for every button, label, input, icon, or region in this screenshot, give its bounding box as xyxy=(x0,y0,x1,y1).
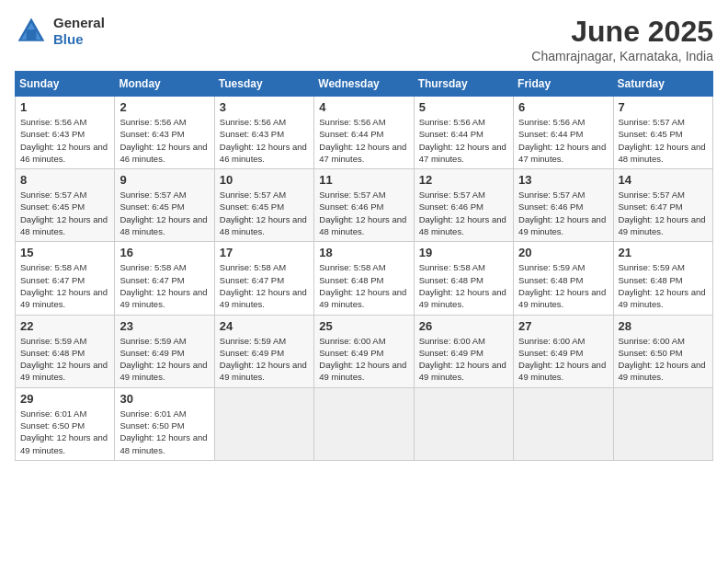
month-title: June 2025 xyxy=(531,15,713,49)
day-number: 14 xyxy=(619,173,708,187)
day-number: 25 xyxy=(319,319,408,333)
header-tuesday: Tuesday xyxy=(214,72,313,97)
table-row: 17 Sunrise: 5:58 AM Sunset: 6:47 PM Dayl… xyxy=(214,242,313,315)
day-number: 29 xyxy=(20,392,109,406)
table-row: 10 Sunrise: 5:57 AM Sunset: 6:45 PM Dayl… xyxy=(214,169,313,242)
day-number: 20 xyxy=(518,246,608,259)
logo-blue-text: Blue xyxy=(53,31,105,48)
table-row: 4 Sunrise: 5:56 AM Sunset: 6:44 PM Dayli… xyxy=(314,97,414,169)
day-number: 11 xyxy=(319,173,408,187)
day-info: Sunrise: 5:56 AM Sunset: 6:44 PM Dayligh… xyxy=(319,116,408,165)
table-row xyxy=(613,387,712,460)
table-row: 15 Sunrise: 5:58 AM Sunset: 6:47 PM Dayl… xyxy=(16,242,115,315)
day-info: Sunrise: 5:57 AM Sunset: 6:46 PM Dayligh… xyxy=(419,189,508,237)
calendar-week-row: 15 Sunrise: 5:58 AM Sunset: 6:47 PM Dayl… xyxy=(16,242,713,315)
day-number: 21 xyxy=(619,246,708,259)
day-info: Sunrise: 5:59 AM Sunset: 6:49 PM Dayligh… xyxy=(220,335,309,384)
day-info: Sunrise: 5:59 AM Sunset: 6:48 PM Dayligh… xyxy=(20,335,109,384)
day-info: Sunrise: 5:59 AM Sunset: 6:48 PM Dayligh… xyxy=(518,261,608,310)
title-block: June 2025 Chamrajnagar, Karnataka, India xyxy=(531,15,713,63)
table-row: 22 Sunrise: 5:59 AM Sunset: 6:48 PM Dayl… xyxy=(16,315,115,387)
day-info: Sunrise: 5:56 AM Sunset: 6:44 PM Dayligh… xyxy=(419,116,508,165)
table-row: 25 Sunrise: 6:00 AM Sunset: 6:49 PM Dayl… xyxy=(314,315,414,387)
table-row: 19 Sunrise: 5:58 AM Sunset: 6:48 PM Dayl… xyxy=(414,242,513,315)
day-info: Sunrise: 5:59 AM Sunset: 6:49 PM Dayligh… xyxy=(119,335,209,384)
calendar-week-row: 8 Sunrise: 5:57 AM Sunset: 6:45 PM Dayli… xyxy=(16,169,713,242)
header-thursday: Thursday xyxy=(414,72,513,97)
table-row: 24 Sunrise: 5:59 AM Sunset: 6:49 PM Dayl… xyxy=(214,315,313,387)
calendar-week-row: 1 Sunrise: 5:56 AM Sunset: 6:43 PM Dayli… xyxy=(16,97,713,169)
header-saturday: Saturday xyxy=(613,72,712,97)
logo-icon xyxy=(15,15,48,48)
day-info: Sunrise: 5:57 AM Sunset: 6:46 PM Dayligh… xyxy=(518,189,608,237)
logo-general-text: General xyxy=(53,15,105,31)
table-row: 3 Sunrise: 5:56 AM Sunset: 6:43 PM Dayli… xyxy=(214,97,313,169)
day-info: Sunrise: 5:57 AM Sunset: 6:46 PM Dayligh… xyxy=(319,189,408,237)
table-row: 5 Sunrise: 5:56 AM Sunset: 6:44 PM Dayli… xyxy=(414,97,513,169)
day-number: 19 xyxy=(419,246,508,259)
day-number: 23 xyxy=(119,319,209,333)
table-row: 23 Sunrise: 5:59 AM Sunset: 6:49 PM Dayl… xyxy=(115,315,214,387)
day-number: 9 xyxy=(119,173,209,187)
day-number: 13 xyxy=(518,173,608,187)
day-number: 30 xyxy=(119,392,209,406)
day-number: 3 xyxy=(220,100,309,114)
table-row: 1 Sunrise: 5:56 AM Sunset: 6:43 PM Dayli… xyxy=(16,97,115,169)
day-number: 2 xyxy=(119,100,209,114)
day-info: Sunrise: 5:58 AM Sunset: 6:47 PM Dayligh… xyxy=(119,261,209,310)
table-row: 8 Sunrise: 5:57 AM Sunset: 6:45 PM Dayli… xyxy=(16,169,115,242)
svg-rect-2 xyxy=(27,29,37,40)
calendar-table: Sunday Monday Tuesday Wednesday Thursday… xyxy=(15,71,713,461)
day-info: Sunrise: 5:57 AM Sunset: 6:45 PM Dayligh… xyxy=(119,189,209,237)
table-row: 21 Sunrise: 5:59 AM Sunset: 6:48 PM Dayl… xyxy=(613,242,712,315)
table-row: 11 Sunrise: 5:57 AM Sunset: 6:46 PM Dayl… xyxy=(314,169,414,242)
day-info: Sunrise: 5:56 AM Sunset: 6:43 PM Dayligh… xyxy=(20,116,109,165)
table-row xyxy=(314,387,414,460)
table-row: 28 Sunrise: 6:00 AM Sunset: 6:50 PM Dayl… xyxy=(613,315,712,387)
table-row: 30 Sunrise: 6:01 AM Sunset: 6:50 PM Dayl… xyxy=(115,387,214,460)
day-number: 15 xyxy=(20,246,109,259)
logo-text: General Blue xyxy=(53,15,105,48)
day-number: 5 xyxy=(419,100,508,114)
calendar-week-row: 22 Sunrise: 5:59 AM Sunset: 6:48 PM Dayl… xyxy=(16,315,713,387)
day-number: 8 xyxy=(20,173,109,187)
calendar-header-row: Sunday Monday Tuesday Wednesday Thursday… xyxy=(16,72,713,97)
day-info: Sunrise: 5:56 AM Sunset: 6:43 PM Dayligh… xyxy=(119,116,209,165)
table-row: 27 Sunrise: 6:00 AM Sunset: 6:49 PM Dayl… xyxy=(514,315,613,387)
header-wednesday: Wednesday xyxy=(314,72,414,97)
day-number: 17 xyxy=(220,246,309,259)
table-row: 7 Sunrise: 5:57 AM Sunset: 6:45 PM Dayli… xyxy=(613,97,712,169)
table-row: 14 Sunrise: 5:57 AM Sunset: 6:47 PM Dayl… xyxy=(613,169,712,242)
day-info: Sunrise: 5:57 AM Sunset: 6:45 PM Dayligh… xyxy=(20,189,109,237)
day-number: 1 xyxy=(20,100,109,114)
day-info: Sunrise: 6:01 AM Sunset: 6:50 PM Dayligh… xyxy=(119,408,209,456)
table-row: 29 Sunrise: 6:01 AM Sunset: 6:50 PM Dayl… xyxy=(16,387,115,460)
day-info: Sunrise: 5:58 AM Sunset: 6:47 PM Dayligh… xyxy=(220,261,309,310)
location-text: Chamrajnagar, Karnataka, India xyxy=(531,49,713,63)
table-row xyxy=(414,387,513,460)
table-row: 18 Sunrise: 5:58 AM Sunset: 6:48 PM Dayl… xyxy=(314,242,414,315)
day-info: Sunrise: 5:56 AM Sunset: 6:44 PM Dayligh… xyxy=(518,116,608,165)
day-number: 22 xyxy=(20,319,109,333)
header-friday: Friday xyxy=(514,72,613,97)
day-info: Sunrise: 5:57 AM Sunset: 6:47 PM Dayligh… xyxy=(619,189,708,237)
table-row xyxy=(514,387,613,460)
table-row: 16 Sunrise: 5:58 AM Sunset: 6:47 PM Dayl… xyxy=(115,242,214,315)
logo: General Blue xyxy=(15,15,105,48)
day-info: Sunrise: 6:00 AM Sunset: 6:49 PM Dayligh… xyxy=(518,335,608,384)
day-number: 7 xyxy=(619,100,708,114)
day-info: Sunrise: 5:57 AM Sunset: 6:45 PM Dayligh… xyxy=(619,116,708,165)
table-row: 9 Sunrise: 5:57 AM Sunset: 6:45 PM Dayli… xyxy=(115,169,214,242)
day-info: Sunrise: 6:00 AM Sunset: 6:49 PM Dayligh… xyxy=(419,335,508,384)
day-info: Sunrise: 6:00 AM Sunset: 6:49 PM Dayligh… xyxy=(319,335,408,384)
day-info: Sunrise: 5:57 AM Sunset: 6:45 PM Dayligh… xyxy=(220,189,309,237)
day-number: 26 xyxy=(419,319,508,333)
day-info: Sunrise: 5:59 AM Sunset: 6:48 PM Dayligh… xyxy=(619,261,708,310)
page-header: General Blue June 2025 Chamrajnagar, Kar… xyxy=(15,15,713,63)
day-number: 27 xyxy=(518,319,608,333)
day-number: 6 xyxy=(518,100,608,114)
day-info: Sunrise: 6:01 AM Sunset: 6:50 PM Dayligh… xyxy=(20,408,109,456)
day-info: Sunrise: 5:58 AM Sunset: 6:48 PM Dayligh… xyxy=(419,261,508,310)
day-number: 4 xyxy=(319,100,408,114)
day-number: 12 xyxy=(419,173,508,187)
